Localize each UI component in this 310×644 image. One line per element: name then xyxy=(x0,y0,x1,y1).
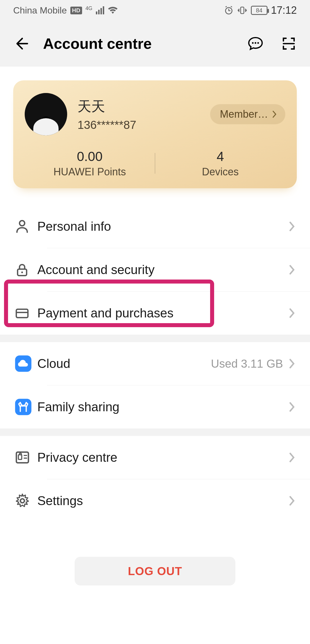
svg-rect-1 xyxy=(241,7,244,14)
points-value: 0.00 xyxy=(25,149,155,164)
section-gap xyxy=(0,335,310,342)
row-cloud[interactable]: Cloud Used 3.11 GB xyxy=(0,342,310,385)
person-icon xyxy=(14,219,37,234)
status-bar: China Mobile HD 4G 84 17:12 xyxy=(0,0,310,21)
row-label: Cloud xyxy=(37,356,211,371)
chevron-right-icon xyxy=(288,358,296,369)
svg-rect-8 xyxy=(16,309,28,318)
chevron-right-icon xyxy=(288,452,296,463)
points-stat[interactable]: 0.00 HUAWEI Points xyxy=(25,149,155,178)
lock-icon xyxy=(14,262,37,278)
devices-value: 4 xyxy=(155,149,285,164)
privacy-icon xyxy=(14,449,37,465)
clock-label: 17:12 xyxy=(271,4,297,16)
battery-icon: 84 xyxy=(251,6,268,15)
row-payment[interactable]: Payment and purchases xyxy=(0,292,310,335)
wifi-icon xyxy=(108,6,118,15)
devices-label: Devices xyxy=(155,166,285,178)
hd-badge-icon: HD xyxy=(70,7,82,14)
svg-point-3 xyxy=(255,42,256,44)
row-account-security[interactable]: Account and security xyxy=(0,248,310,291)
section-gap xyxy=(0,428,310,436)
member-label: Member… xyxy=(220,108,268,120)
app-header: Account centre xyxy=(0,21,310,67)
row-label: Settings xyxy=(37,494,288,508)
row-settings[interactable]: Settings xyxy=(0,479,310,522)
chevron-right-icon xyxy=(288,307,296,319)
svg-rect-10 xyxy=(15,399,32,415)
row-label: Payment and purchases xyxy=(37,306,288,320)
account-card: 天天 136******87 Member… 0.00 HUAWEI Point… xyxy=(13,80,297,188)
alarm-icon xyxy=(224,5,234,15)
chevron-right-icon xyxy=(288,221,296,232)
cloud-usage: Used 3.11 GB xyxy=(211,357,283,370)
chevron-right-icon xyxy=(288,264,296,276)
svg-point-4 xyxy=(257,42,259,44)
chevron-right-icon xyxy=(271,110,278,119)
avatar[interactable] xyxy=(25,93,67,135)
card-icon xyxy=(14,305,37,321)
cloud-icon xyxy=(14,355,37,373)
devices-stat[interactable]: 4 Devices xyxy=(155,149,285,178)
gear-icon xyxy=(14,493,37,509)
logout-label: LOG OUT xyxy=(128,565,182,578)
phone-label: 136******87 xyxy=(78,119,200,131)
chevron-right-icon xyxy=(288,495,296,507)
page-title: Account centre xyxy=(43,35,232,52)
family-icon xyxy=(14,398,37,416)
row-label: Family sharing xyxy=(37,400,288,414)
network-label: 4G xyxy=(86,5,92,11)
carrier-label: China Mobile xyxy=(13,5,67,16)
vibrate-icon xyxy=(237,5,247,15)
signal-icon xyxy=(96,6,104,14)
chat-icon[interactable] xyxy=(247,36,264,52)
username-label: 天天 xyxy=(78,97,200,116)
row-privacy-centre[interactable]: Privacy centre xyxy=(0,436,310,479)
points-label: HUAWEI Points xyxy=(25,166,155,178)
scan-icon[interactable] xyxy=(281,36,297,52)
row-label: Account and security xyxy=(37,263,288,277)
svg-rect-12 xyxy=(18,455,22,459)
svg-point-5 xyxy=(20,221,25,226)
member-button[interactable]: Member… xyxy=(210,104,285,124)
back-icon[interactable] xyxy=(13,36,29,51)
chevron-right-icon xyxy=(288,401,296,413)
svg-point-7 xyxy=(21,271,23,273)
row-label: Privacy centre xyxy=(37,450,288,465)
row-personal-info[interactable]: Personal info xyxy=(0,205,310,248)
svg-point-2 xyxy=(252,42,254,44)
row-label: Personal info xyxy=(37,219,288,234)
svg-point-13 xyxy=(20,499,24,503)
logout-button[interactable]: LOG OUT xyxy=(75,557,235,585)
row-family-sharing[interactable]: Family sharing xyxy=(0,385,310,428)
